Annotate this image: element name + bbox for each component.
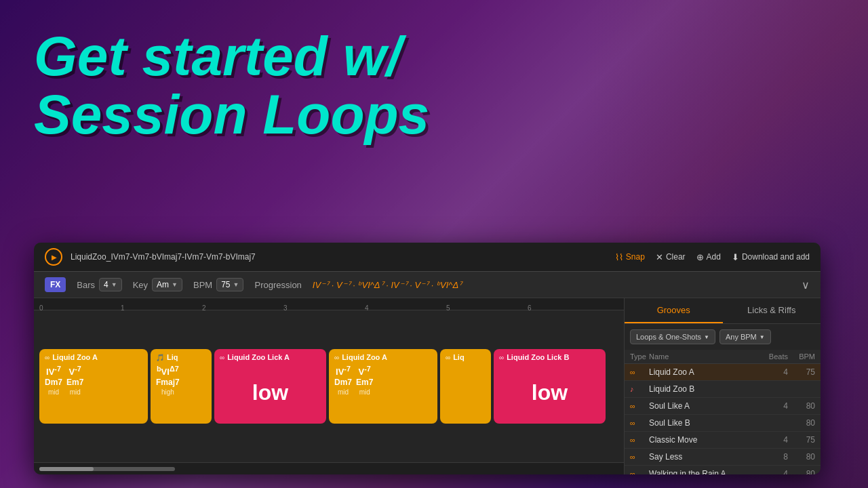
list-item-name: Soul Like A	[649, 401, 757, 411]
title-overlay: Get started w/ Session Loops	[34, 27, 429, 144]
ruler-mark-5: 5	[446, 304, 450, 312]
loop-6-header: ∞ Liquid Zoo Lick B	[499, 353, 600, 361]
add-icon: ⊕	[696, 252, 704, 262]
loop-block-4[interactable]: ∞ Liquid Zoo A IV-7 Dm7 mid V-7 Em7 mid	[329, 349, 437, 424]
loop-2-chords: bVIΔ7 Fmaj7 high	[156, 365, 206, 420]
list-item[interactable]: ∞ Walking in the Rain A 4 80	[625, 466, 821, 474]
ruler-mark-4: 4	[365, 304, 369, 312]
chord-1-2-numeral: V-7	[69, 365, 81, 376]
list-item[interactable]: ∞ Soul Like B 80	[625, 415, 821, 432]
bars-arrow-icon: ▼	[111, 281, 117, 288]
loop-4-inf-icon: ∞	[334, 354, 339, 361]
key-arrow-icon: ▼	[172, 281, 178, 288]
col-beats-header: Beats	[757, 352, 788, 361]
scroll-thumb[interactable]	[39, 467, 94, 471]
list-item-beats: 4	[757, 469, 788, 474]
progression-value: IV⁻⁷ · V⁻⁷ · ᵇVI^Δ⁷ · IV⁻⁷ · V⁻⁷ · ᵇVI^Δ…	[313, 280, 462, 290]
loop-block-6[interactable]: ∞ Liquid Zoo Lick B low	[494, 349, 606, 424]
add-button[interactable]: ⊕ Add	[696, 252, 721, 262]
list-item-bpm: 80	[788, 401, 815, 411]
chord-1-1-name: Dm7	[45, 378, 62, 387]
download-button[interactable]: ⬇ Download and add	[732, 252, 810, 262]
list-item-bpm: 75	[788, 435, 815, 445]
list-item[interactable]: ∞ Soul Like A 4 80	[625, 398, 821, 415]
chord-4-1: IV-7 Dm7 mid	[334, 365, 352, 396]
col-type-header: Type	[630, 352, 649, 361]
loop-block-2[interactable]: 🎵 Liq bVIΔ7 Fmaj7 high	[151, 349, 212, 424]
list-header: Type Name Beats BPM	[625, 350, 821, 364]
chord-2-1-register: high	[161, 388, 174, 396]
chord-1-1-numeral: IV-7	[46, 365, 61, 376]
bars-select[interactable]: 4 ▼	[99, 278, 122, 291]
filter-bpm-button[interactable]: Any BPM ▼	[719, 329, 771, 344]
loop-block-5[interactable]: ∞ Liq	[440, 349, 491, 424]
chord-4-2-numeral: V-7	[359, 365, 371, 376]
title-line2: Session Loops	[34, 85, 429, 144]
key-label: Key	[133, 280, 148, 290]
loop-block-1[interactable]: ∞ Liquid Zoo A IV-7 Dm7 mid V-7 Em7 mid	[39, 349, 148, 424]
list-item-icon: ♪	[630, 384, 649, 394]
loop-5-name: Liq	[453, 353, 465, 361]
list-item-beats: 4	[757, 401, 788, 411]
play-button[interactable]	[45, 248, 62, 266]
bpm-control: BPM 75 ▼	[193, 278, 243, 291]
chord-4-1-register: mid	[338, 388, 349, 396]
loop-1-name: Liquid Zoo A	[52, 353, 98, 361]
list-item[interactable]: ∞ Liquid Zoo A 4 75	[625, 364, 821, 381]
list-item-icon: ∞	[630, 469, 649, 474]
list-item-bpm: 80	[788, 418, 815, 428]
list-item[interactable]: ♪ Liquid Zoo B	[625, 381, 821, 398]
top-bar-actions: ⌇⌇ Snap ✕ Clear ⊕ Add ⬇ Download and add	[615, 252, 810, 262]
clear-button[interactable]: ✕ Clear	[656, 252, 686, 262]
loop-5-inf-icon: ∞	[446, 354, 450, 361]
scrollbar-area[interactable]	[34, 462, 624, 474]
tab-grooves[interactable]: Grooves	[625, 298, 723, 323]
list-item-bpm: 75	[788, 367, 815, 377]
scroll-track[interactable]	[39, 467, 175, 471]
collapse-button[interactable]: ∨	[802, 279, 810, 291]
list-item-name: Liquid Zoo A	[649, 367, 757, 377]
list-item-name: Classic Move	[649, 435, 757, 445]
bars-control: Bars 4 ▼	[77, 278, 121, 291]
loop-4-chords: IV-7 Dm7 mid V-7 Em7 mid	[334, 365, 432, 420]
chord-2-1-name: Fmaj7	[156, 378, 180, 387]
loop-1-chords: IV-7 Dm7 mid V-7 Em7 mid	[45, 365, 142, 420]
chord-1-2-register: mid	[70, 388, 81, 396]
tab-licks[interactable]: Licks & Riffs	[723, 298, 821, 323]
list-item[interactable]: ∞ Classic Move 4 75	[625, 432, 821, 449]
list-item-bpm: 80	[788, 469, 815, 474]
key-control: Key Am ▼	[133, 278, 182, 291]
list-item[interactable]: ∞ Say Less 8 80	[625, 449, 821, 466]
panel-tabs: Grooves Licks & Riffs	[625, 298, 821, 324]
loop-3-label: low	[252, 380, 288, 405]
filter-type-button[interactable]: Loops & One-Shots ▼	[630, 329, 715, 344]
chord-4-2-name: Em7	[356, 378, 373, 387]
right-panel: Grooves Licks & Riffs Loops & One-Shots …	[624, 298, 821, 474]
snap-icon: ⌇⌇	[615, 252, 623, 262]
chord-4-1-numeral: IV-7	[336, 365, 351, 376]
bpm-select[interactable]: 75 ▼	[216, 278, 243, 291]
col-name-header: Name	[649, 352, 757, 361]
key-select[interactable]: Am ▼	[152, 278, 182, 291]
filter-type-arrow-icon: ▼	[704, 334, 709, 340]
bpm-arrow-icon: ▼	[233, 281, 239, 288]
loop-3-inf-icon: ∞	[220, 354, 224, 361]
ruler-mark-2: 2	[202, 304, 206, 312]
app-panel: LiquidZoo_IVm7-Vm7-bVImaj7-IVm7-Vm7-bVIm…	[34, 243, 821, 474]
fx-button[interactable]: FX	[45, 277, 66, 292]
ruler-mark-6: 6	[528, 304, 532, 312]
snap-button[interactable]: ⌇⌇ Snap	[615, 252, 645, 262]
ruler-mark-0: 0	[39, 304, 43, 312]
loop-4-name: Liquid Zoo A	[342, 353, 387, 361]
loop-6-name: Liquid Zoo Lick B	[507, 353, 569, 361]
chord-2-1-numeral: bVIΔ7	[157, 365, 179, 376]
loop-block-3[interactable]: ∞ Liquid Zoo Lick A low	[214, 349, 326, 424]
ruler-mark-3: 3	[283, 304, 288, 312]
main-content: 0 1 2 3 4 5 6 ∞ Liquid Zoo A	[34, 298, 821, 474]
list-item-bpm: 80	[788, 452, 815, 462]
timeline-area: 0 1 2 3 4 5 6 ∞ Liquid Zoo A	[34, 298, 624, 474]
bars-label: Bars	[77, 280, 95, 290]
clear-icon: ✕	[656, 252, 663, 262]
file-name: LiquidZoo_IVm7-Vm7-bVImaj7-IVm7-Vm7-bVIm…	[71, 252, 607, 262]
list-item-icon: ∞	[630, 367, 649, 377]
